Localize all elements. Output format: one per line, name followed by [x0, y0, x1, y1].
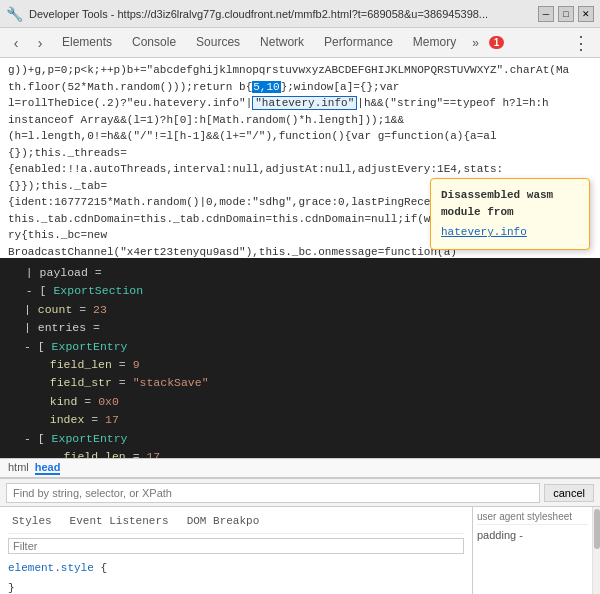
console-line: - [ ExportSection: [12, 282, 588, 300]
minimize-button[interactable]: ─: [538, 6, 554, 22]
cancel-button[interactable]: cancel: [544, 484, 594, 502]
close-button[interactable]: ✕: [578, 6, 594, 22]
tab-performance[interactable]: Performance: [314, 28, 403, 58]
styles-tab-bar: Styles Event Listeners DOM Breakpo: [8, 511, 464, 534]
console-line: field_len = 17: [12, 448, 588, 458]
styles-panel: Styles Event Listeners DOM Breakpo eleme…: [0, 507, 472, 594]
tab-network[interactable]: Network: [250, 28, 314, 58]
tab-event-listeners[interactable]: Event Listeners: [66, 511, 173, 533]
nav-forward-button[interactable]: ›: [28, 31, 52, 55]
code-line: th.floor(52*Math.random()));return b{5,1…: [8, 79, 592, 96]
nav-back-button[interactable]: ‹: [4, 31, 28, 55]
css-rule-close: }: [8, 580, 464, 594]
console-line: kind = 0x0: [12, 393, 588, 411]
tab-head[interactable]: head: [35, 461, 61, 475]
tab-memory[interactable]: Memory: [403, 28, 466, 58]
console-line: field_len = 9: [12, 356, 588, 374]
code-line: instanceof Array&&(l=1)?h[0]:h[Math.rand…: [8, 112, 592, 129]
devtools-menu-button[interactable]: ⋮: [566, 32, 596, 54]
tooltip-box: Disassembled wasm module from hatevery.i…: [430, 178, 590, 250]
maximize-button[interactable]: □: [558, 6, 574, 22]
user-agent-label: user agent stylesheet: [477, 511, 588, 525]
tooltip-title: Disassembled wasm module from: [441, 187, 579, 220]
right-panel: user agent stylesheet padding -: [472, 507, 592, 594]
devtools-icon: 🔧: [6, 6, 23, 22]
tab-styles[interactable]: Styles: [8, 511, 56, 533]
scrollbar-thumb[interactable]: [594, 509, 600, 549]
console-line: | count = 23: [12, 301, 588, 319]
console-line: - [ ExportEntry: [12, 430, 588, 448]
code-area: g))+g,p=0;p<k;++p)b+="abcdefghijklmnopqr…: [0, 58, 600, 258]
title-bar: 🔧 Developer Tools - https://d3iz6lralvg7…: [0, 0, 600, 28]
tooltip-link: hatevery.info: [441, 226, 527, 238]
lower-panel: Styles Event Listeners DOM Breakpo eleme…: [0, 506, 600, 594]
main-content: g))+g,p=0;p<k;++p)b+="abcdefghijklmnopqr…: [0, 58, 600, 594]
console-line: | entries =: [12, 319, 588, 337]
console-line: field_str = "stackSave": [12, 374, 588, 392]
console-line: - [ ExportEntry: [12, 338, 588, 356]
code-line: {});this._threads=: [8, 145, 592, 162]
tab-sources[interactable]: Sources: [186, 28, 250, 58]
search-input[interactable]: [6, 483, 540, 503]
error-count-badge: 1: [489, 36, 505, 49]
tab-html[interactable]: html: [8, 461, 29, 475]
tab-console[interactable]: Console: [122, 28, 186, 58]
css-rule-element: element.style {: [8, 560, 464, 578]
devtools-tab-bar: ‹ › Elements Console Sources Network Per…: [0, 28, 600, 58]
console-line: index = 17: [12, 411, 588, 429]
title-bar-title: Developer Tools - https://d3iz6lralvg77g…: [29, 8, 532, 20]
code-line: (h=l.length,0!=h&&("/"!=l[h-1]&&(l+="/")…: [8, 128, 592, 145]
console-panel: | payload = - [ ExportSection | count = …: [0, 258, 600, 458]
filter-input[interactable]: [8, 538, 464, 554]
more-tabs-button[interactable]: »: [466, 32, 485, 54]
scrollbar[interactable]: [592, 507, 600, 594]
filter-bar: [8, 538, 464, 557]
bottom-search-bar: cancel: [0, 478, 600, 506]
code-line: l=rollTheDice(.2)?"eu.hatevery.info"|"ha…: [8, 95, 592, 112]
code-line: g))+g,p=0;p<k;++p)b+="abcdefghijklmnopqr…: [8, 62, 592, 79]
console-line: | payload =: [12, 264, 588, 282]
tab-elements[interactable]: Elements: [52, 28, 122, 58]
window-controls: ─ □ ✕: [538, 6, 594, 22]
padding-label: padding -: [477, 529, 588, 541]
code-line: {enabled:!!a.autoThreads,interval:null,a…: [8, 161, 592, 178]
tab-dom-breakpoints[interactable]: DOM Breakpo: [183, 511, 264, 533]
